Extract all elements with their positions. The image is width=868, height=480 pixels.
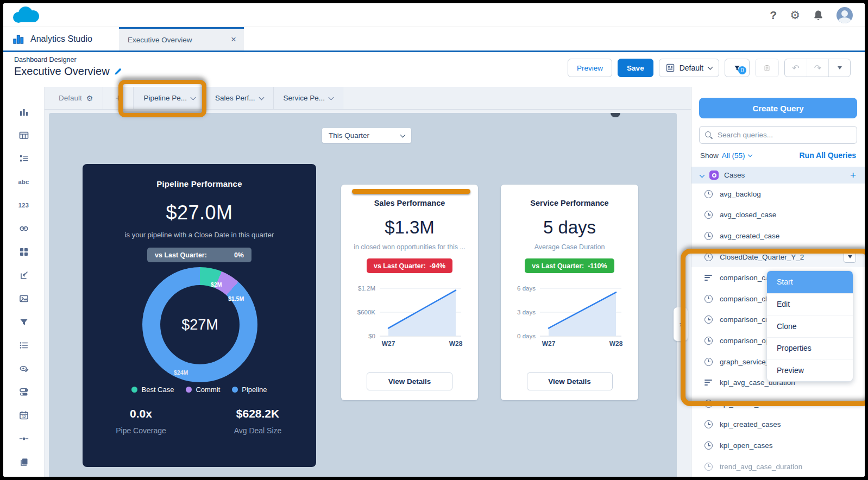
list-widget-icon[interactable] bbox=[12, 333, 35, 357]
chart-widget-icon[interactable] bbox=[12, 100, 35, 123]
menu-item-preview[interactable]: Preview bbox=[767, 359, 853, 381]
pages-strip: Default ⚙ + Pipeline Pe... Sales Perf...… bbox=[45, 87, 691, 110]
query-search-box[interactable] bbox=[699, 126, 857, 144]
service-kpi-subtitle: Average Case Duration bbox=[501, 243, 638, 251]
pages-default-tab[interactable]: Default ⚙ bbox=[49, 87, 103, 109]
number-widget-icon[interactable]: 123 bbox=[12, 193, 35, 217]
menu-item-start[interactable]: Start bbox=[767, 271, 853, 293]
undo-button[interactable]: ↶ bbox=[785, 59, 807, 77]
redo-button[interactable]: ↷ bbox=[807, 59, 828, 77]
widget-title: Sales Performance bbox=[341, 199, 478, 207]
chevron-down-icon bbox=[400, 132, 406, 137]
query-row-clipped[interactable]: trend_avg_case_duration bbox=[691, 456, 865, 477]
page-tab-pipeline[interactable]: Pipeline Pe... bbox=[134, 87, 205, 109]
app-launcher-icon[interactable] bbox=[746, 10, 757, 21]
link-widget-icon[interactable] bbox=[12, 217, 35, 240]
navigation-widget-icon[interactable] bbox=[12, 263, 35, 287]
page-tab-service[interactable]: Service Pe... bbox=[274, 87, 344, 109]
analytics-studio-home[interactable]: Analytics Studio bbox=[12, 27, 92, 50]
service-performance-widget: Service Performance 5 days Average Case … bbox=[501, 185, 638, 400]
more-actions-button[interactable] bbox=[828, 59, 850, 77]
caret-down-icon bbox=[848, 255, 852, 258]
clipboard-button[interactable] bbox=[755, 59, 779, 77]
list-detail-widget-icon[interactable] bbox=[12, 147, 35, 170]
svg-text:W28: W28 bbox=[609, 340, 622, 348]
help-icon[interactable]: ? bbox=[770, 9, 777, 22]
save-button[interactable]: Save bbox=[618, 59, 653, 77]
cases-dataset-icon bbox=[709, 170, 719, 180]
legend-best-case: Best Case bbox=[131, 386, 174, 394]
filter-widget-icon[interactable] bbox=[12, 310, 35, 333]
user-avatar[interactable] bbox=[836, 7, 853, 23]
container-widget-icon[interactable] bbox=[12, 240, 35, 263]
chevron-down-icon bbox=[329, 94, 334, 100]
close-icon[interactable]: × bbox=[231, 34, 236, 45]
add-page-button[interactable]: + bbox=[103, 87, 134, 109]
quarter-filter-dropdown[interactable]: This Quarter bbox=[322, 128, 411, 143]
clock-icon bbox=[705, 400, 713, 408]
tab-label: Executive Overview bbox=[128, 36, 192, 44]
comparison-badge: vs Last Quarter:-94% bbox=[367, 258, 452, 273]
query-row[interactable]: kpi_created_cases bbox=[691, 414, 865, 435]
query-row[interactable]: avg_backlog bbox=[691, 184, 865, 205]
notifications-bell-icon[interactable] bbox=[813, 10, 823, 21]
filter-count-badge: 0 bbox=[738, 66, 746, 74]
eye-pencil-widget-icon[interactable] bbox=[12, 357, 35, 380]
sales-kpi-value: $1.3M bbox=[341, 217, 478, 238]
salesforce-logo[interactable] bbox=[13, 7, 42, 24]
view-details-button[interactable]: View Details bbox=[367, 372, 452, 390]
pipeline-kpi-value: $27.0M bbox=[83, 201, 316, 224]
clock-icon bbox=[705, 463, 713, 471]
tab-executive-overview[interactable]: Executive Overview × bbox=[119, 27, 244, 50]
range-slider-widget-icon[interactable] bbox=[12, 427, 35, 450]
designer-main-region: Default ⚙ + Pipeline Pe... Sales Perf...… bbox=[45, 87, 691, 477]
query-row[interactable]: kpi_closed_count bbox=[691, 393, 865, 414]
setup-gear-icon[interactable]: ⚙ bbox=[790, 9, 800, 22]
filters-button[interactable]: 0 bbox=[725, 59, 750, 77]
donut-legend: Best Case Commit Pipeline bbox=[83, 386, 316, 394]
layout-icon bbox=[666, 64, 675, 72]
sales-trend-chart: $1.2M$600K$0W27W28 bbox=[341, 275, 478, 352]
search-input[interactable] bbox=[718, 131, 851, 139]
clock-icon bbox=[705, 190, 713, 198]
service-trend-chart: 6 days3 days0 daysW27W28 bbox=[501, 275, 638, 352]
gear-icon: ⚙ bbox=[86, 94, 93, 103]
menu-item-properties[interactable]: Properties bbox=[767, 337, 853, 359]
query-actions-dropdown-button[interactable] bbox=[844, 251, 856, 263]
run-all-queries-link[interactable]: Run All Queries bbox=[799, 151, 856, 160]
brand-title: Analytics Studio bbox=[30, 34, 92, 44]
pages-widget-icon[interactable] bbox=[12, 450, 35, 473]
view-details-button[interactable]: View Details bbox=[527, 372, 613, 390]
toggle-widget-icon[interactable] bbox=[12, 380, 35, 403]
pipeline-kpi-subtitle: is your pipeline with a Close Date in th… bbox=[83, 231, 316, 239]
pipeline-donut-chart: $27M $2M $1.5M $24M bbox=[142, 267, 257, 382]
create-query-button[interactable]: Create Query bbox=[699, 98, 857, 118]
date-widget-icon[interactable]: 12 bbox=[12, 403, 35, 427]
query-row[interactable]: kpi_open_cases bbox=[691, 435, 865, 456]
cases-section-header[interactable]: Cases + bbox=[691, 167, 865, 184]
query-row-selected[interactable]: ClosedDate_Quarter_Y_2 bbox=[691, 247, 865, 268]
page-tab-sales[interactable]: Sales Perf... bbox=[205, 87, 274, 109]
widget-sidebar: abc 123 12 bbox=[3, 87, 45, 477]
show-all-dropdown[interactable]: All (55) bbox=[722, 151, 752, 160]
layout-selector-value: Default bbox=[680, 64, 703, 72]
layout-selector[interactable]: Default bbox=[659, 59, 719, 77]
text-widget-icon[interactable]: abc bbox=[12, 170, 35, 193]
add-query-button[interactable]: + bbox=[850, 169, 856, 181]
preview-button[interactable]: Preview bbox=[568, 59, 612, 77]
clock-icon bbox=[705, 420, 713, 428]
widget-title: Service Performance bbox=[501, 199, 638, 207]
edit-pencil-icon[interactable] bbox=[114, 67, 122, 75]
table-widget-icon[interactable] bbox=[12, 123, 35, 147]
slice-label-commit: $1.5M bbox=[228, 295, 244, 302]
clock-icon bbox=[705, 337, 713, 345]
image-widget-icon[interactable] bbox=[12, 287, 35, 310]
pipe-coverage-kpi: 0.0x Pipe Coverage bbox=[83, 407, 199, 435]
pipeline-performance-widget: Pipeline Performance $27.0M is your pipe… bbox=[83, 164, 316, 467]
query-row[interactable]: avg_closed_case bbox=[691, 205, 865, 226]
menu-item-clone[interactable]: Clone bbox=[767, 315, 853, 337]
svg-text:12: 12 bbox=[22, 414, 26, 418]
query-row[interactable]: avg_created_case bbox=[691, 225, 865, 247]
collapse-panel-chevron[interactable]: › bbox=[674, 307, 688, 341]
menu-item-edit[interactable]: Edit bbox=[767, 293, 853, 315]
